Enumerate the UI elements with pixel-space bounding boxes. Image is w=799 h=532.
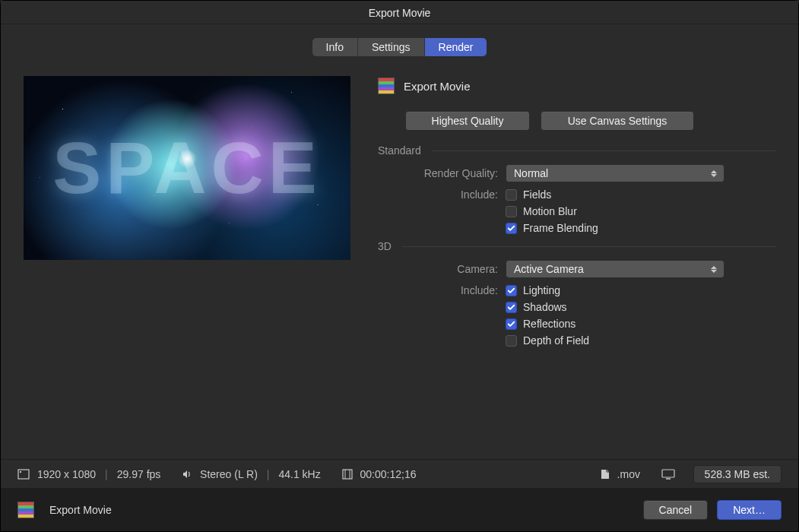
tab-info[interactable]: Info — [312, 38, 358, 56]
motion-blur-label: Motion Blur — [523, 205, 577, 217]
shadows-checkbox[interactable]: Shadows — [506, 301, 775, 313]
display-icon — [661, 469, 675, 480]
status-sample-rate: 44.1 kHz — [278, 468, 320, 480]
lighting-label: Lighting — [523, 284, 560, 296]
svg-rect-1 — [20, 471, 21, 473]
status-fps: 29.97 fps — [117, 468, 161, 480]
standard-include-label: Include: — [378, 188, 506, 201]
camera-select[interactable]: Active Camera — [506, 260, 724, 278]
render-quality-label: Render Quality: — [378, 167, 506, 179]
camera-label: Camera: — [378, 263, 506, 275]
svg-rect-2 — [343, 470, 352, 479]
fields-label: Fields — [523, 188, 551, 201]
app-icon — [378, 78, 395, 94]
status-bar: 1920 x 1080 | 29.97 fps Stereo (L R) | 4… — [1, 459, 798, 488]
render-options: Export Movie Highest Quality Use Canvas … — [378, 76, 775, 459]
chevron-updown-icon — [711, 166, 720, 180]
footer-title: Export Movie — [49, 504, 112, 516]
frame-icon — [17, 469, 30, 480]
speaker-icon — [182, 469, 192, 480]
motion-blur-checkbox[interactable]: Motion Blur — [506, 205, 775, 217]
tab-settings[interactable]: Settings — [358, 38, 425, 56]
cancel-button[interactable]: Cancel — [643, 500, 709, 520]
section-header-standard: Standard — [378, 144, 421, 157]
panel-heading: Export Movie — [404, 80, 471, 93]
preview-text: SPACE — [24, 76, 350, 260]
fields-checkbox[interactable]: Fields — [506, 188, 775, 201]
main-area: Info Settings Render SPACE Export Movie … — [1, 24, 798, 459]
footer-bar: Export Movie Cancel Next… — [1, 488, 798, 531]
frame-blending-checkbox[interactable]: Frame Blending — [506, 222, 775, 234]
shadows-label: Shadows — [523, 301, 567, 313]
film-icon — [342, 469, 353, 480]
window-title: Export Movie — [1, 1, 798, 24]
preview-thumbnail: SPACE — [24, 76, 350, 260]
depth-of-field-checkbox[interactable]: Depth of Field — [506, 334, 775, 347]
highest-quality-button[interactable]: Highest Quality — [405, 111, 530, 131]
app-icon — [17, 502, 34, 518]
render-quality-select[interactable]: Normal — [506, 164, 724, 182]
section-header-3d: 3D — [378, 240, 392, 252]
status-size-estimate: 528.3 MB est. — [693, 465, 782, 483]
tab-render[interactable]: Render — [425, 38, 487, 56]
svg-rect-5 — [662, 470, 674, 477]
reflections-checkbox[interactable]: Reflections — [506, 318, 775, 330]
3d-include-label: Include: — [378, 284, 506, 296]
chevron-updown-icon — [711, 262, 720, 276]
status-dimensions: 1920 x 1080 — [37, 468, 96, 480]
next-button[interactable]: Next… — [717, 500, 782, 520]
depth-of-field-label: Depth of Field — [523, 334, 589, 347]
status-audio: Stereo (L R) — [200, 468, 258, 480]
document-icon — [601, 469, 610, 480]
status-duration: 00:00:12;16 — [360, 468, 417, 480]
reflections-label: Reflections — [523, 318, 575, 330]
status-extension: .mov — [617, 468, 640, 480]
tab-bar: Info Settings Render — [312, 38, 487, 56]
export-movie-dialog: Export Movie Info Settings Render SPACE … — [0, 0, 799, 532]
svg-rect-0 — [18, 470, 29, 479]
render-quality-value: Normal — [514, 167, 548, 179]
lighting-checkbox[interactable]: Lighting — [506, 284, 775, 296]
frame-blending-label: Frame Blending — [523, 222, 598, 234]
use-canvas-settings-button[interactable]: Use Canvas Settings — [541, 111, 694, 131]
camera-value: Active Camera — [514, 263, 584, 275]
